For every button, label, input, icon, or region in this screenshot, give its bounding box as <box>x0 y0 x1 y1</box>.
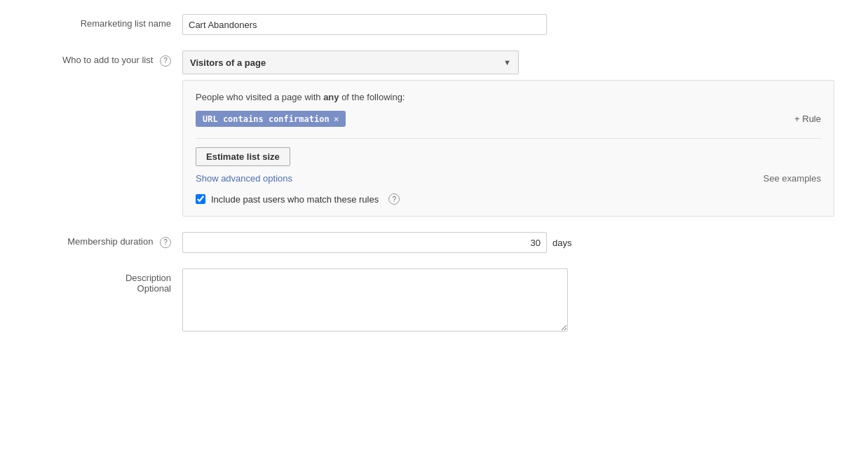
rule-divider <box>196 138 821 139</box>
remarketing-list-name-control <box>182 14 847 35</box>
show-advanced-options-link[interactable]: Show advanced options <box>196 173 292 184</box>
include-past-row: Include past users who match these rules… <box>196 193 821 205</box>
include-past-help-icon[interactable]: ? <box>388 193 400 205</box>
include-past-label: Include past users who match these rules <box>211 194 379 205</box>
rule-tag-left: URL contains confirmation × <box>196 111 346 127</box>
rule-tag-row: URL contains confirmation × + Rule <box>196 111 821 127</box>
rule-tag-close-icon[interactable]: × <box>334 114 339 124</box>
include-past-checkbox[interactable] <box>196 194 205 204</box>
rule-box: People who visited a page with any of th… <box>182 80 834 217</box>
membership-days-label: days <box>552 238 571 248</box>
who-to-add-label: Who to add to your list ? <box>21 50 182 67</box>
who-to-add-row: Who to add to your list ? Visitors of a … <box>21 50 847 217</box>
membership-help-icon[interactable]: ? <box>160 237 171 248</box>
dropdown-arrow-icon: ▼ <box>503 58 511 67</box>
description-textarea[interactable] <box>182 268 568 332</box>
estimate-button-row: Estimate list size <box>196 147 821 173</box>
who-to-add-control: Visitors of a page ▼ People who visited … <box>182 50 847 217</box>
description-label-block: Description Optional <box>21 268 182 294</box>
bottom-links-row: Show advanced options See examples <box>196 173 821 184</box>
membership-duration-row: Membership duration ? days <box>21 232 847 253</box>
remarketing-list-name-row: Remarketing list name <box>21 14 847 35</box>
description-label: Description <box>21 273 171 283</box>
description-optional-label: Optional <box>21 283 171 294</box>
membership-duration-label: Membership duration ? <box>21 232 182 248</box>
rule-tag-text: URL contains confirmation <box>203 114 330 124</box>
rule-description: People who visited a page with any of th… <box>196 92 821 102</box>
who-to-add-help-icon[interactable]: ? <box>160 55 171 67</box>
add-rule-link[interactable]: + Rule <box>794 114 821 124</box>
membership-duration-input[interactable] <box>182 232 547 253</box>
estimate-list-size-button[interactable]: Estimate list size <box>196 147 290 166</box>
membership-duration-control: days <box>182 232 847 253</box>
description-control <box>182 268 847 334</box>
dropdown-selected-value: Visitors of a page <box>190 57 266 68</box>
membership-row: days <box>182 232 847 253</box>
see-examples-link[interactable]: See examples <box>764 173 821 184</box>
remarketing-list-name-input[interactable] <box>182 14 547 35</box>
rule-tag[interactable]: URL contains confirmation × <box>196 111 346 127</box>
who-to-add-dropdown[interactable]: Visitors of a page ▼ <box>182 50 519 74</box>
description-row: Description Optional <box>21 268 847 334</box>
remarketing-list-name-label: Remarketing list name <box>21 14 182 29</box>
